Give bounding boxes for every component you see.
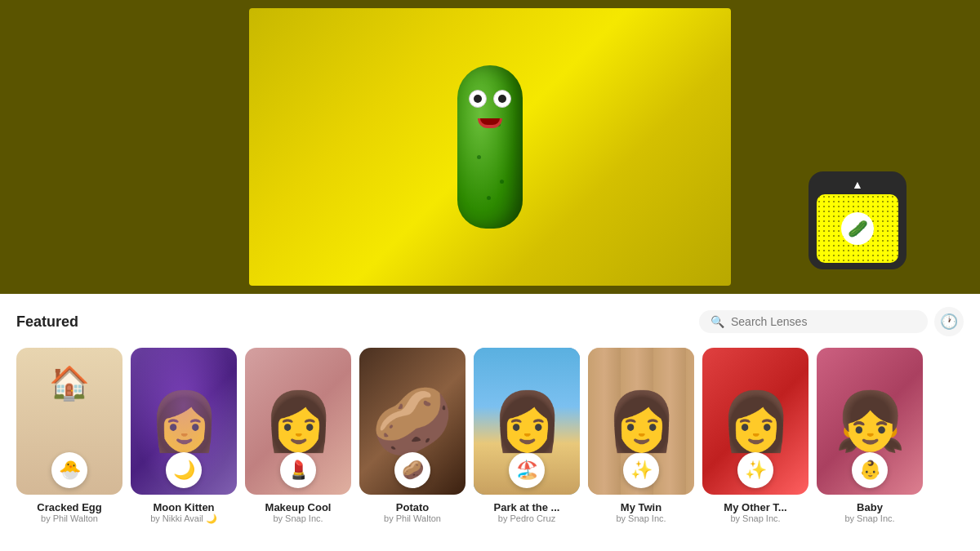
- lens-card[interactable]: 👩✨My Other T...by Snap Inc.: [702, 348, 808, 524]
- lens-card[interactable]: 👩🌙Moon Kittenby Nikki Avail 🌙: [131, 348, 237, 524]
- lens-author: by Snap Inc.: [273, 513, 323, 523]
- qr-avatar: 🥒: [841, 212, 874, 245]
- section-header: Featured 🔍 🕐: [16, 307, 964, 336]
- lens-card[interactable]: 👩💄Makeup Coolby Snap Inc.: [245, 348, 351, 524]
- featured-label: Featured: [16, 313, 78, 331]
- lens-thumbnail: 🏠🐣: [16, 348, 122, 495]
- lens-thumbnail: 👩✨: [702, 348, 808, 495]
- lens-thumbnail: 👩💄: [245, 348, 351, 495]
- qr-code-inner: 🥒: [817, 194, 898, 263]
- search-bar: 🔍 🕐: [699, 307, 964, 336]
- lens-author: by Nikki Avail 🌙: [150, 513, 217, 524]
- lens-name: Makeup Cool: [265, 501, 332, 513]
- hero-video[interactable]: [249, 8, 731, 286]
- lens-author: by Snap Inc.: [730, 513, 780, 523]
- lens-card[interactable]: 👧👶Babyby Snap Inc.: [817, 348, 923, 524]
- history-button[interactable]: 🕐: [934, 307, 964, 336]
- lens-thumbnail: 👩🌙: [131, 348, 237, 495]
- lens-icon-badge: 💄: [280, 452, 316, 488]
- lens-name: Potato: [396, 501, 429, 513]
- lens-author: by Phil Walton: [384, 513, 441, 523]
- lens-icon-badge: 🌙: [166, 452, 202, 488]
- lens-card[interactable]: 👩🏖️Park at the ...by Pedro Cruz: [474, 348, 580, 524]
- lens-icon-badge: 👶: [852, 452, 888, 488]
- lens-name: Park at the ...: [494, 501, 560, 513]
- pickle-character: [457, 65, 523, 229]
- lens-card[interactable]: 🏠🐣Cracked Eggby Phil Walton: [16, 348, 122, 524]
- lens-author: by Phil Walton: [41, 513, 98, 523]
- search-input[interactable]: [731, 315, 916, 328]
- lens-icon-badge: 🥔: [394, 452, 430, 488]
- lens-icon-badge: ✨: [737, 452, 773, 488]
- lens-name: Cracked Egg: [37, 501, 101, 513]
- lenses-grid: 🏠🐣Cracked Eggby Phil Walton👩🌙Moon Kitten…: [16, 348, 964, 524]
- lens-card[interactable]: 🥔🥔Potatoby Phil Walton: [359, 348, 466, 524]
- lens-name: Moon Kitten: [153, 501, 214, 513]
- lens-name: My Other T...: [724, 501, 786, 513]
- search-input-wrapper[interactable]: 🔍: [699, 310, 928, 333]
- lens-author: by Snap Inc.: [616, 513, 666, 523]
- lens-icon-badge: 🐣: [51, 452, 87, 488]
- lens-author: by Pedro Cruz: [498, 513, 555, 523]
- bottom-section: Featured 🔍 🕐 🏠🐣Cracked Eggby Phil Walton…: [0, 294, 980, 551]
- lens-name: My Twin: [621, 501, 662, 513]
- lens-card[interactable]: 👩✨My Twinby Snap Inc.: [588, 348, 694, 524]
- qr-code-widget[interactable]: ▲ 🥒: [808, 171, 906, 269]
- lens-name: Baby: [857, 501, 883, 513]
- hero-section: ▲ 🥒: [0, 0, 980, 294]
- lens-thumbnail: 👩🏖️: [474, 348, 580, 495]
- lens-author: by Snap Inc.: [844, 513, 894, 523]
- lens-thumbnail: 🥔🥔: [359, 348, 466, 495]
- search-icon: 🔍: [710, 315, 724, 328]
- lens-thumbnail: 👧👶: [817, 348, 923, 495]
- lens-thumbnail: 👩✨: [588, 348, 694, 495]
- qr-arrow-icon: ▲: [852, 178, 863, 191]
